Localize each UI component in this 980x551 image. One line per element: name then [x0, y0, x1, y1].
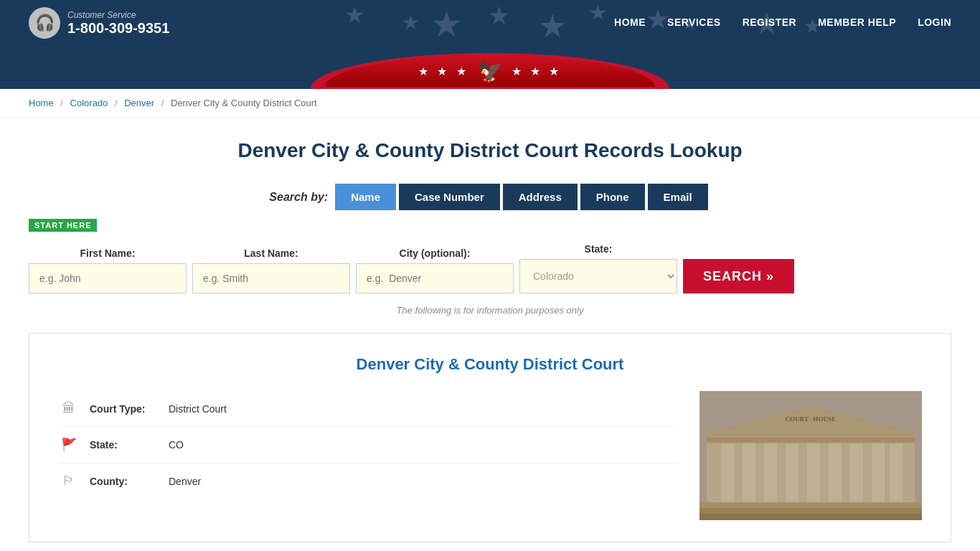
- breadcrumb: Home / Colorado / Denver / Denver City &…: [0, 89, 980, 118]
- court-details-left: 🏛 Court Type: District Court 🚩 State: CO…: [58, 391, 678, 499]
- state-label: State:: [519, 243, 677, 255]
- last-name-group: Last Name:: [192, 248, 350, 293]
- flag-outline-icon: 🏳: [58, 474, 80, 489]
- court-county-label: County:: [90, 476, 161, 487]
- building-icon: 🏛: [58, 401, 80, 416]
- court-info-title: Denver City & County District Court: [58, 355, 922, 374]
- tab-phone[interactable]: Phone: [580, 184, 645, 210]
- ribbon-stars-right: ★ ★ ★: [512, 65, 562, 78]
- court-state-value: CO: [169, 439, 184, 451]
- nav-member-help[interactable]: MEMBER HELP: [818, 17, 896, 29]
- court-info-box: Denver City & County District Court 🏛 Co…: [29, 333, 951, 542]
- tab-address[interactable]: Address: [503, 184, 578, 210]
- state-group: State: Colorado Alabama Alaska Arizona C…: [519, 243, 677, 293]
- city-label: City (optional):: [356, 248, 514, 259]
- court-type-value: District Court: [169, 403, 227, 415]
- main-nav: HOME SERVICES REGISTER MEMBER HELP LOGIN: [614, 17, 951, 29]
- first-name-group: First Name:: [29, 248, 187, 293]
- court-state-row: 🚩 State: CO: [58, 427, 678, 463]
- customer-service-block: 🎧 Customer Service 1-800-309-9351: [29, 7, 169, 39]
- search-by-label: Search by:: [269, 191, 328, 204]
- info-note: The following is for information purpose…: [29, 305, 951, 316]
- ribbon-stars-left: ★ ★ ★: [418, 65, 469, 78]
- phone-number: 1-800-309-9351: [67, 20, 169, 37]
- court-state-label: State:: [90, 439, 161, 451]
- last-name-label: Last Name:: [192, 248, 350, 259]
- customer-service-label: Customer Service: [67, 10, 169, 20]
- search-button[interactable]: SEARCH »: [683, 259, 794, 293]
- nav-register[interactable]: REGISTER: [743, 17, 797, 29]
- page-title: Denver City & County District Court Reco…: [29, 139, 951, 162]
- start-here-badge: START HERE: [29, 219, 97, 232]
- tab-case-number[interactable]: Case Number: [399, 184, 500, 210]
- breadcrumb-current: Denver City & County District Court: [171, 98, 317, 108]
- court-type-row: 🏛 Court Type: District Court: [58, 391, 678, 427]
- first-name-input[interactable]: [29, 263, 187, 293]
- nav-services[interactable]: SERVICES: [667, 17, 721, 29]
- nav-home[interactable]: HOME: [614, 17, 646, 29]
- tab-email[interactable]: Email: [648, 184, 708, 210]
- court-county-value: Denver: [169, 476, 201, 487]
- search-section: Search by: Name Case Number Address Phon…: [29, 184, 951, 316]
- flag-icon: 🚩: [58, 437, 80, 453]
- headset-icon: 🎧: [29, 7, 60, 39]
- state-select[interactable]: Colorado Alabama Alaska Arizona Californ…: [519, 259, 677, 293]
- svg-rect-19: [699, 391, 922, 520]
- city-group: City (optional):: [356, 248, 514, 293]
- breadcrumb-sep-2: /: [115, 98, 118, 108]
- city-input[interactable]: [356, 263, 514, 293]
- banner-ribbon: ★ ★ ★ 🦅 ★ ★ ★: [0, 46, 980, 89]
- breadcrumb-sep-3: /: [161, 98, 164, 108]
- court-county-row: 🏳 County: Denver: [58, 463, 678, 499]
- breadcrumb-colorado[interactable]: Colorado: [70, 98, 108, 108]
- nav-login[interactable]: LOGIN: [918, 17, 951, 29]
- last-name-input[interactable]: [192, 263, 350, 293]
- first-name-label: First Name:: [29, 248, 187, 259]
- court-type-label: Court Type:: [90, 403, 161, 415]
- search-form-row: First Name: Last Name: City (optional): …: [29, 243, 951, 293]
- breadcrumb-sep-1: /: [60, 98, 63, 108]
- breadcrumb-home[interactable]: Home: [29, 98, 54, 108]
- courthouse-image: COURT · HOUSE: [699, 391, 922, 520]
- tab-name[interactable]: Name: [335, 184, 396, 210]
- eagle-icon: 🦅: [478, 60, 503, 83]
- breadcrumb-denver[interactable]: Denver: [124, 98, 154, 108]
